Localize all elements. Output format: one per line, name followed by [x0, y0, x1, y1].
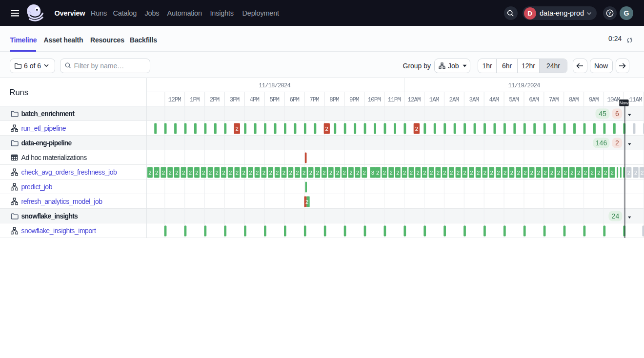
svg-text:2: 2: [457, 170, 460, 176]
svg-text:11PM: 11PM: [388, 97, 401, 103]
svg-text:5PM: 5PM: [269, 97, 279, 103]
svg-text:2: 2: [570, 170, 573, 176]
svg-text:2: 2: [325, 126, 328, 132]
svg-text:6: 6: [615, 110, 619, 118]
svg-text:2: 2: [590, 170, 593, 176]
svg-text:2: 2: [537, 170, 540, 176]
svg-text:Runs: Runs: [10, 88, 29, 97]
svg-text:24: 24: [612, 212, 620, 220]
svg-text:2: 2: [356, 170, 359, 176]
svg-text:11/19/2024: 11/19/2024: [508, 82, 541, 89]
svg-text:2: 2: [641, 170, 644, 176]
svg-text:2: 2: [437, 170, 440, 176]
svg-text:45: 45: [599, 110, 606, 118]
svg-text:2: 2: [634, 170, 637, 176]
svg-text:9AM: 9AM: [589, 97, 599, 103]
svg-text:2: 2: [477, 170, 480, 176]
svg-text:11/18/2024: 11/18/2024: [259, 82, 291, 89]
svg-text:2: 2: [627, 170, 630, 176]
svg-text:Now: Now: [620, 100, 629, 105]
svg-text:2: 2: [162, 170, 165, 176]
svg-text:2: 2: [322, 170, 325, 176]
svg-text:refresh_analytics_model_job: refresh_analytics_model_job: [21, 198, 103, 205]
svg-text:batch_enrichment: batch_enrichment: [21, 110, 75, 118]
svg-text:2: 2: [336, 170, 339, 176]
svg-text:7AM: 7AM: [549, 97, 559, 103]
svg-text:9PM: 9PM: [349, 97, 359, 103]
svg-text:2: 2: [236, 126, 239, 132]
svg-text:2: 2: [517, 170, 520, 176]
svg-text:2: 2: [383, 170, 386, 176]
svg-text:4AM: 4AM: [489, 97, 499, 103]
svg-text:2: 2: [209, 170, 212, 176]
svg-text:11AM: 11AM: [629, 97, 642, 103]
svg-text:2: 2: [309, 170, 312, 176]
svg-text:2: 2: [249, 170, 252, 176]
svg-text:2: 2: [604, 170, 607, 176]
svg-text:2: 2: [296, 170, 299, 176]
svg-text:2: 2: [329, 170, 332, 176]
svg-text:2: 2: [175, 170, 178, 176]
svg-text:2: 2: [483, 170, 486, 176]
svg-text:1AM: 1AM: [429, 97, 439, 103]
svg-text:2: 2: [289, 170, 292, 176]
svg-text:2: 2: [376, 170, 379, 176]
svg-text:2: 2: [242, 170, 245, 176]
svg-text:2: 2: [282, 170, 285, 176]
svg-text:2: 2: [148, 170, 151, 176]
svg-text:2: 2: [396, 170, 399, 176]
svg-text:3AM: 3AM: [469, 97, 479, 103]
svg-text:2: 2: [403, 170, 406, 176]
svg-text:2: 2: [276, 170, 279, 176]
svg-text:2: 2: [195, 170, 198, 176]
svg-text:2: 2: [463, 170, 466, 176]
svg-text:1PM: 1PM: [190, 97, 200, 103]
svg-text:12PM: 12PM: [168, 97, 181, 103]
svg-text:run_etl_pipeline: run_etl_pipeline: [21, 124, 66, 132]
svg-text:2: 2: [182, 170, 185, 176]
svg-text:Ad hoc materializations: Ad hoc materializations: [21, 154, 87, 161]
svg-text:snowflake_insights: snowflake_insights: [21, 212, 79, 220]
svg-text:2: 2: [615, 139, 619, 147]
svg-text:2: 2: [415, 126, 418, 132]
svg-text:2AM: 2AM: [449, 97, 459, 103]
svg-text:2: 2: [564, 170, 567, 176]
svg-text:3PM: 3PM: [230, 97, 240, 103]
svg-text:2: 2: [503, 170, 506, 176]
svg-text:2: 2: [390, 170, 393, 176]
svg-text:3: 3: [371, 170, 374, 176]
svg-text:2: 2: [202, 170, 205, 176]
svg-text:2: 2: [262, 170, 265, 176]
svg-text:8PM: 8PM: [329, 97, 339, 103]
svg-text:2: 2: [305, 199, 308, 205]
svg-text:2: 2: [302, 170, 305, 176]
svg-text:2: 2: [510, 170, 513, 176]
svg-text:2: 2: [410, 170, 413, 176]
svg-text:2: 2: [222, 170, 225, 176]
svg-text:2: 2: [490, 170, 493, 176]
svg-text:2: 2: [155, 170, 158, 176]
svg-text:146: 146: [596, 139, 607, 147]
svg-text:10PM: 10PM: [368, 97, 381, 103]
svg-text:2: 2: [450, 170, 453, 176]
svg-text:2: 2: [550, 170, 553, 176]
svg-text:2: 2: [189, 170, 192, 176]
svg-text:2: 2: [443, 170, 446, 176]
svg-text:6PM: 6PM: [289, 97, 299, 103]
svg-text:2: 2: [349, 170, 352, 176]
svg-text:2: 2: [316, 170, 319, 176]
svg-text:2: 2: [470, 170, 473, 176]
svg-text:2: 2: [216, 170, 219, 176]
svg-text:2: 2: [530, 170, 533, 176]
svg-text:2: 2: [236, 170, 239, 176]
svg-text:snowflake_insights_import: snowflake_insights_import: [21, 227, 97, 235]
svg-text:2: 2: [430, 170, 433, 176]
svg-text:2: 2: [543, 170, 546, 176]
svg-text:2: 2: [269, 170, 272, 176]
svg-text:2PM: 2PM: [210, 97, 220, 103]
svg-text:2: 2: [256, 170, 259, 176]
svg-text:8AM: 8AM: [569, 97, 579, 103]
svg-text:6AM: 6AM: [529, 97, 539, 103]
svg-text:2: 2: [229, 170, 232, 176]
svg-text:predict_job: predict_job: [21, 183, 53, 191]
